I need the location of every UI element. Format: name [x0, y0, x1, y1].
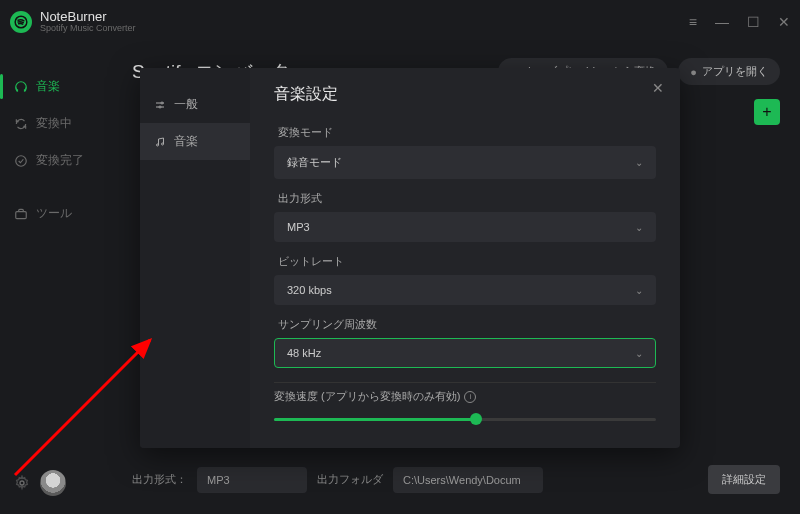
svg-point-4 — [161, 102, 163, 104]
spotify-icon: ● — [690, 66, 697, 78]
svg-rect-2 — [16, 211, 27, 218]
chevron-down-icon: ⌄ — [635, 285, 643, 296]
sidebar-item-label: 変換完了 — [36, 152, 84, 169]
select-format[interactable]: MP3 ⌄ — [274, 212, 656, 242]
maximize-icon[interactable]: ☐ — [747, 14, 760, 30]
chevron-down-icon: ⌄ — [635, 348, 643, 359]
settings-sidebar: 一般 音楽 — [140, 68, 250, 448]
chevron-down-icon: ⌄ — [635, 222, 643, 233]
app-logo — [10, 11, 32, 33]
slider-thumb[interactable] — [470, 413, 482, 425]
headphones-icon — [14, 80, 28, 94]
sidebar-item-music[interactable]: 音楽 — [0, 68, 112, 105]
minimize-icon[interactable]: — — [715, 14, 729, 30]
output-format-label: 出力形式： — [132, 472, 187, 487]
output-folder-value[interactable]: C:\Users\Wendy\Docum — [393, 467, 543, 493]
window-controls: ≡ — ☐ ✕ — [689, 14, 790, 30]
svg-point-5 — [159, 106, 161, 108]
modal-title: 音楽設定 — [274, 84, 656, 105]
check-icon — [14, 154, 28, 168]
field-label-speed: 変換速度 (アプリから変換時のみ有効) — [274, 389, 460, 404]
svg-point-6 — [157, 144, 159, 146]
brand: NoteBurner Spotify Music Converter — [10, 10, 136, 34]
avatar[interactable] — [40, 470, 66, 496]
detail-settings-button[interactable]: 詳細設定 — [708, 465, 780, 494]
bottom-bar: 出力形式： MP3 出力フォルダ C:\Users\Wendy\Docum 詳細… — [132, 455, 780, 514]
field-label-bitrate: ビットレート — [278, 254, 656, 269]
svg-point-7 — [162, 143, 164, 145]
gear-icon[interactable] — [14, 475, 30, 491]
sidebar-item-label: 音楽 — [36, 78, 60, 95]
speed-slider[interactable] — [274, 412, 656, 426]
sidebar-item-label: ツール — [36, 205, 72, 222]
field-label-samplerate: サンプリング周波数 — [278, 317, 656, 332]
music-note-icon — [154, 136, 166, 148]
sliders-icon — [154, 99, 166, 111]
modal-close-icon[interactable]: ✕ — [652, 80, 664, 96]
chevron-down-icon: ⌄ — [635, 157, 643, 168]
sidebar: 音楽 変換中 変換完了 ツール — [0, 44, 112, 514]
add-button[interactable]: + — [754, 99, 780, 125]
settings-tab-general[interactable]: 一般 — [140, 86, 250, 123]
close-icon[interactable]: ✕ — [778, 14, 790, 30]
divider — [274, 382, 656, 383]
open-app-button[interactable]: ● アプリを開く — [678, 58, 780, 85]
select-mode[interactable]: 録音モード ⌄ — [274, 146, 656, 179]
sidebar-item-tools[interactable]: ツール — [0, 195, 112, 232]
svg-point-1 — [16, 155, 27, 166]
toolbox-icon — [14, 207, 28, 221]
brand-name: NoteBurner — [40, 10, 136, 24]
field-label-format: 出力形式 — [278, 191, 656, 206]
brand-subtitle: Spotify Music Converter — [40, 24, 136, 34]
settings-tab-music[interactable]: 音楽 — [140, 123, 250, 160]
titlebar: NoteBurner Spotify Music Converter ≡ — ☐… — [0, 0, 800, 44]
info-icon[interactable]: i — [464, 391, 476, 403]
output-folder-label: 出力フォルダ — [317, 472, 383, 487]
output-format-value[interactable]: MP3 — [197, 467, 307, 493]
menu-icon[interactable]: ≡ — [689, 14, 697, 30]
sidebar-item-converted[interactable]: 変換完了 — [0, 142, 112, 179]
select-bitrate[interactable]: 320 kbps ⌄ — [274, 275, 656, 305]
svg-point-3 — [20, 481, 24, 485]
refresh-icon — [14, 117, 28, 131]
sidebar-item-label: 変換中 — [36, 115, 72, 132]
select-samplerate[interactable]: 48 kHz ⌄ — [274, 338, 656, 368]
field-label-mode: 変換モード — [278, 125, 656, 140]
settings-modal: 一般 音楽 ✕ 音楽設定 変換モード 録音モード ⌄ 出力形式 MP3 ⌄ ビッ… — [140, 68, 680, 448]
sidebar-item-converting[interactable]: 変換中 — [0, 105, 112, 142]
plus-icon: + — [762, 103, 771, 121]
